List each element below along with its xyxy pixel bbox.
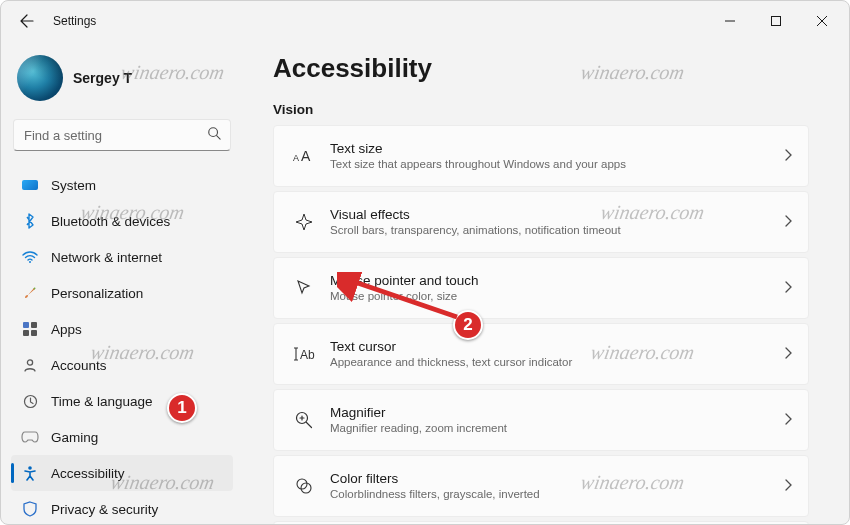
accessibility-icon — [21, 464, 39, 482]
avatar — [17, 55, 63, 101]
apps-icon — [21, 320, 39, 338]
chevron-right-icon — [784, 213, 792, 231]
close-icon — [817, 16, 827, 26]
page-title: Accessibility — [273, 53, 809, 84]
svg-rect-6 — [31, 330, 37, 336]
card-contrast-themes[interactable]: Contrast themesColor themes for low visi… — [273, 521, 809, 524]
minimize-button[interactable] — [707, 5, 753, 37]
color-filters-icon — [288, 476, 320, 496]
svg-point-7 — [27, 360, 32, 365]
person-icon — [21, 356, 39, 374]
bluetooth-icon — [21, 212, 39, 230]
card-title: Color filters — [330, 470, 784, 488]
card-visual-effects[interactable]: Visual effectsScroll bars, transparency,… — [273, 191, 809, 253]
magnifier-icon — [288, 410, 320, 430]
arrow-left-icon — [19, 13, 35, 29]
card-sub: Appearance and thickness, text cursor in… — [330, 355, 784, 370]
maximize-button[interactable] — [753, 5, 799, 37]
shield-icon — [21, 500, 39, 518]
window-title: Settings — [53, 14, 96, 28]
card-sub: Mouse pointer color, size — [330, 289, 784, 304]
sidebar-item-gaming[interactable]: Gaming — [11, 419, 233, 455]
minimize-icon — [725, 16, 735, 26]
user-account-row[interactable]: Sergey T — [11, 49, 233, 115]
sidebar-item-label: Personalization — [51, 286, 143, 301]
settings-window: Settings Sergey T — [0, 0, 850, 525]
card-sub: Scroll bars, transparency, animations, n… — [330, 223, 784, 238]
svg-rect-0 — [772, 17, 781, 26]
sidebar-item-label: Network & internet — [51, 250, 162, 265]
card-title: Text size — [330, 140, 784, 158]
sidebar-item-label: Time & language — [51, 394, 153, 409]
maximize-icon — [771, 16, 781, 26]
chevron-right-icon — [784, 147, 792, 165]
svg-rect-3 — [23, 322, 29, 328]
svg-point-2 — [29, 261, 31, 263]
sidebar-item-bluetooth[interactable]: Bluetooth & devices — [11, 203, 233, 239]
system-icon — [21, 176, 39, 194]
card-mouse-pointer[interactable]: Mouse pointer and touchMouse pointer col… — [273, 257, 809, 319]
svg-point-1 — [209, 128, 218, 137]
sidebar-item-system[interactable]: System — [11, 167, 233, 203]
user-name: Sergey T — [73, 70, 132, 86]
card-title: Visual effects — [330, 206, 784, 224]
card-color-filters[interactable]: Color filtersColorblindness filters, gra… — [273, 455, 809, 517]
card-title: Text cursor — [330, 338, 784, 356]
svg-rect-4 — [31, 322, 37, 328]
sidebar-item-label: Privacy & security — [51, 502, 158, 517]
sidebar: Sergey T System Bluetooth & devices Netw… — [1, 41, 243, 524]
chevron-right-icon — [784, 345, 792, 363]
sidebar-item-label: Accounts — [51, 358, 107, 373]
annotation-badge-2: 2 — [453, 310, 483, 340]
card-sub: Text size that appears throughout Window… — [330, 157, 784, 172]
annotation-badge-1: 1 — [167, 393, 197, 423]
close-button[interactable] — [799, 5, 845, 37]
main-content: Accessibility Vision AA Text sizeText si… — [243, 41, 849, 524]
sidebar-item-network[interactable]: Network & internet — [11, 239, 233, 275]
text-size-icon: AA — [288, 147, 320, 165]
sidebar-item-accounts[interactable]: Accounts — [11, 347, 233, 383]
card-title: Mouse pointer and touch — [330, 272, 784, 290]
sidebar-item-apps[interactable]: Apps — [11, 311, 233, 347]
sidebar-item-privacy[interactable]: Privacy & security — [11, 491, 233, 524]
svg-rect-5 — [23, 330, 29, 336]
chevron-right-icon — [784, 477, 792, 495]
gamepad-icon — [21, 428, 39, 446]
sidebar-item-personalization[interactable]: Personalization — [11, 275, 233, 311]
chevron-right-icon — [784, 411, 792, 429]
sidebar-item-label: Bluetooth & devices — [51, 214, 170, 229]
card-sub: Magnifier reading, zoom increment — [330, 421, 784, 436]
search-input[interactable] — [13, 119, 231, 151]
sparkle-icon — [288, 212, 320, 232]
svg-point-15 — [301, 483, 311, 493]
clock-globe-icon — [21, 392, 39, 410]
card-text-size[interactable]: AA Text sizeText size that appears throu… — [273, 125, 809, 187]
svg-text:A: A — [301, 148, 311, 164]
sidebar-item-label: Apps — [51, 322, 82, 337]
text-cursor-icon: Ab — [288, 345, 320, 363]
chevron-right-icon — [784, 279, 792, 297]
cursor-icon — [288, 278, 320, 298]
sidebar-item-label: Accessibility — [51, 466, 125, 481]
svg-text:A: A — [293, 153, 299, 163]
card-text-cursor[interactable]: Ab Text cursorAppearance and thickness, … — [273, 323, 809, 385]
card-title: Magnifier — [330, 404, 784, 422]
svg-point-9 — [28, 466, 32, 470]
svg-point-14 — [297, 479, 307, 489]
sidebar-item-accessibility[interactable]: Accessibility — [11, 455, 233, 491]
svg-text:Ab: Ab — [300, 348, 315, 362]
card-sub: Colorblindness filters, grayscale, inver… — [330, 487, 784, 502]
back-button[interactable] — [13, 7, 41, 35]
titlebar: Settings — [1, 1, 849, 41]
sidebar-item-time[interactable]: Time & language — [11, 383, 233, 419]
search-wrap — [13, 119, 231, 151]
section-label: Vision — [273, 102, 809, 117]
sidebar-item-label: Gaming — [51, 430, 98, 445]
sidebar-item-label: System — [51, 178, 96, 193]
card-magnifier[interactable]: MagnifierMagnifier reading, zoom increme… — [273, 389, 809, 451]
wifi-icon — [21, 248, 39, 266]
search-icon — [207, 126, 221, 144]
paintbrush-icon — [21, 284, 39, 302]
